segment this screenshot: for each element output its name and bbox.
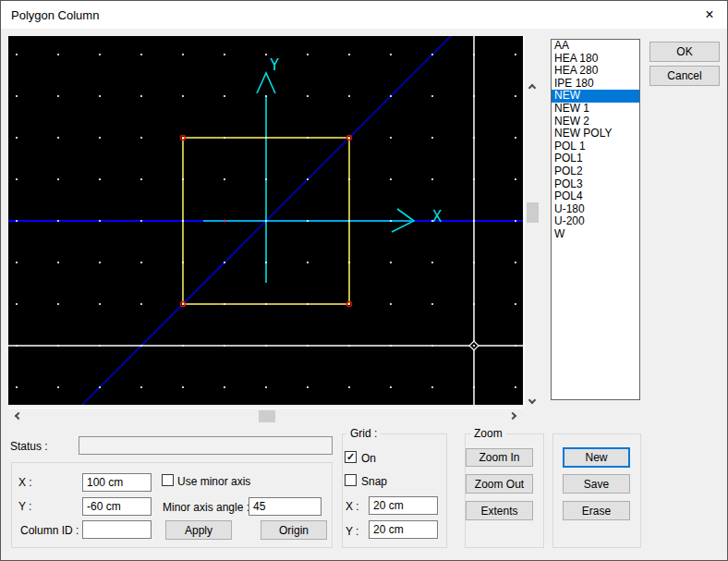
grid-y-input[interactable] <box>369 520 438 539</box>
list-item[interactable]: NEW 2 <box>552 116 639 128</box>
vertical-scrollbar[interactable] <box>524 36 540 408</box>
polygon-column-dialog: Polygon Column × Y X <box>0 0 728 561</box>
column-id-input[interactable] <box>82 520 152 539</box>
grid-y-label: Y : <box>346 525 358 538</box>
x-axis <box>203 209 414 232</box>
y-axis-label: Y <box>270 55 279 74</box>
column-id-label: Column ID : <box>20 524 79 537</box>
save-button[interactable]: Save <box>563 474 630 494</box>
drawing-canvas[interactable]: Y X <box>8 36 523 405</box>
scroll-left-icon[interactable] <box>15 412 22 420</box>
status-field <box>79 436 333 455</box>
erase-button[interactable]: Erase <box>563 501 630 520</box>
grid-snap-checkbox[interactable] <box>345 474 357 486</box>
grid-panel-title: Grid : <box>346 427 381 440</box>
list-item[interactable]: U-180 <box>552 203 639 216</box>
close-icon[interactable]: × <box>699 5 720 25</box>
extents-button[interactable]: Extents <box>466 501 533 520</box>
grid-x-label: X : <box>346 500 359 513</box>
section-listbox[interactable]: AAHEA 180HEA 280IPE 180NEWNEW 1NEW 2NEW … <box>551 39 640 400</box>
list-item[interactable]: HEA 180 <box>552 53 639 66</box>
list-item[interactable]: W <box>552 228 639 241</box>
point-y-input[interactable] <box>82 497 152 516</box>
point-x-input[interactable] <box>82 473 152 492</box>
grid-x-input[interactable] <box>369 496 438 515</box>
new-button[interactable]: New <box>563 447 630 468</box>
list-item[interactable]: AA <box>552 40 639 53</box>
list-item[interactable]: POL4 <box>552 190 639 203</box>
list-item[interactable]: NEW <box>552 90 639 103</box>
zoom-panel-title: Zoom <box>470 427 506 440</box>
horizontal-scrollbar[interactable] <box>8 408 523 423</box>
scroll-right-icon[interactable] <box>509 412 516 420</box>
grid-snap-label: Snap <box>361 475 387 488</box>
horizontal-scrollbar-thumb[interactable] <box>259 410 275 422</box>
vertical-scrollbar-thumb[interactable] <box>527 202 539 223</box>
apply-button[interactable]: Apply <box>165 520 232 540</box>
x-axis-label: X <box>432 207 443 226</box>
grid-on-checkbox[interactable] <box>345 451 357 463</box>
ok-button[interactable]: OK <box>649 42 720 62</box>
point-x-label: X : <box>18 476 32 489</box>
list-item[interactable]: NEW 1 <box>552 103 639 116</box>
list-item[interactable]: POL3 <box>552 178 639 191</box>
grid-on-label: On <box>361 452 376 465</box>
zoom-out-button[interactable]: Zoom Out <box>466 474 533 494</box>
list-item[interactable]: IPE 180 <box>552 78 639 91</box>
list-item[interactable]: POL1 <box>552 152 639 165</box>
titlebar: Polygon Column × <box>1 1 727 29</box>
window-title: Polygon Column <box>11 8 99 22</box>
use-minor-axis-label: Use minor axis <box>177 475 250 488</box>
scroll-up-icon[interactable] <box>528 84 536 91</box>
list-item[interactable]: U-200 <box>552 215 639 228</box>
minor-axis-angle-label: Minor axis angle : <box>163 501 249 514</box>
list-item[interactable]: POL 1 <box>552 140 639 153</box>
use-minor-axis-checkbox[interactable] <box>162 474 174 486</box>
list-item[interactable]: NEW POLY <box>552 128 639 140</box>
scroll-down-icon[interactable] <box>528 396 536 404</box>
y-axis <box>257 73 275 283</box>
cancel-button[interactable]: Cancel <box>649 66 720 86</box>
zoom-in-button[interactable]: Zoom In <box>466 448 533 467</box>
minor-axis-angle-input[interactable] <box>249 497 322 516</box>
list-item[interactable]: HEA 280 <box>552 65 639 78</box>
point-y-label: Y : <box>18 500 31 513</box>
status-label: Status : <box>10 440 48 453</box>
list-item[interactable]: POL2 <box>552 165 639 178</box>
axis-snap-point <box>224 220 226 223</box>
origin-button[interactable]: Origin <box>261 520 327 540</box>
